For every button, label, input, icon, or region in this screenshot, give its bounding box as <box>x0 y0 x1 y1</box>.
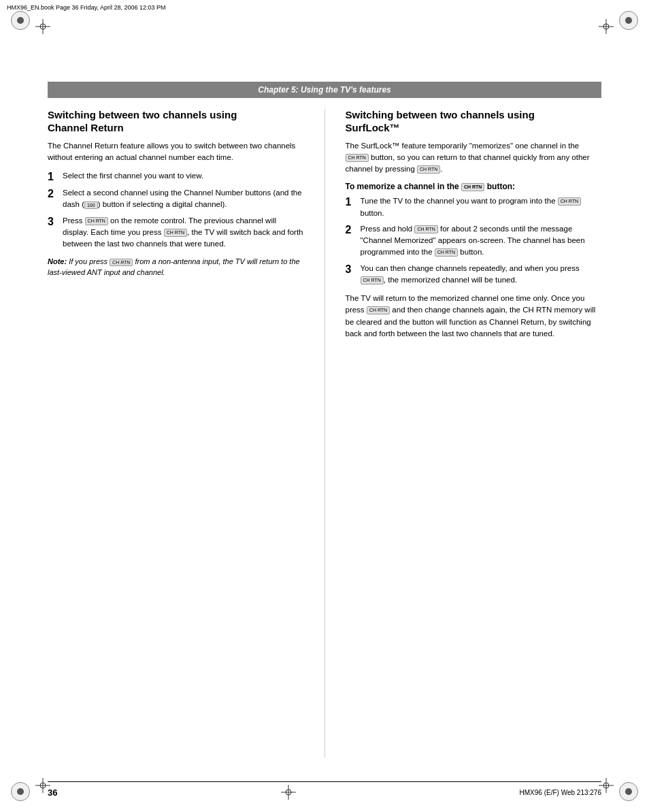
note-label: Note: <box>48 257 67 265</box>
left-step-3: 3 Press CH RTN on the remote control. Th… <box>48 215 304 250</box>
dash-button-inline: 100 <box>84 201 98 210</box>
chrtn-button-r3: CH RTN <box>361 276 384 285</box>
reg-circle-bl <box>11 782 30 801</box>
svg-point-12 <box>17 17 24 24</box>
left-note: Note: If you press CH RTN from a non-ant… <box>48 257 304 278</box>
chrtn-button-r2b: CH RTN <box>435 248 458 257</box>
footer-crosshair-center <box>281 785 296 800</box>
right-section-intro: The SurfLock™ feature temporarily "memor… <box>346 140 602 176</box>
chapter-header-text: Chapter 5: Using the TV's features <box>258 85 391 95</box>
reg-circle-tl <box>11 11 30 30</box>
file-info-bar: HMX96_EN.book Page 36 Friday, April 28, … <box>0 0 649 15</box>
right-step-2: 2 Press and hold CH RTN for about 2 seco… <box>346 223 602 259</box>
left-section-intro: The Channel Return feature allows you to… <box>48 140 304 164</box>
chrtn-button-r1: CH RTN <box>558 197 581 206</box>
chrtn-button-inline-1: CH RTN <box>85 217 108 225</box>
left-steps-list: 1 Select the first channel you want to v… <box>48 170 304 250</box>
chapter-header-band: Chapter 5: Using the TV's features <box>48 82 601 98</box>
right-column: Switching between two channels using Sur… <box>346 109 602 758</box>
chrtn-button-closing1: CH RTN <box>367 306 390 314</box>
file-info-text: HMX96_EN.book Page 36 Friday, April 28, … <box>7 4 165 11</box>
chrtn-button-subheading: CH RTN <box>461 183 484 191</box>
svg-point-15 <box>625 788 632 795</box>
chrtn-button-note: CH RTN <box>110 259 133 267</box>
chrtn-button-r2: CH RTN <box>414 225 437 233</box>
chrtn-button-inline-2: CH RTN <box>164 229 187 237</box>
chrtn-button-right-intro: CH RTN <box>346 154 369 162</box>
right-step-1: 1 Tune the TV to the channel you want to… <box>346 195 602 219</box>
svg-point-14 <box>17 788 24 795</box>
left-section-heading: Switching between two channels using Cha… <box>48 109 304 135</box>
corner-crosshair-tr <box>599 19 614 34</box>
page-number: 36 <box>48 787 57 798</box>
chrtn-button-right-intro-2: CH RTN <box>417 165 440 174</box>
corner-crosshair-tl <box>35 19 50 34</box>
right-steps-list: 1 Tune the TV to the channel you want to… <box>346 195 602 286</box>
right-sub-heading: To memorize a channel in the CH RTN butt… <box>346 182 602 191</box>
left-step-1: 1 Select the first channel you want to v… <box>48 170 304 183</box>
right-section-heading: Switching between two channels using Sur… <box>346 109 602 135</box>
footer: 36 HMX96 (E/F) Web 213:276 <box>48 781 601 800</box>
main-content: Switching between two channels using Cha… <box>48 109 601 758</box>
column-divider <box>324 109 325 758</box>
footer-ref-text: HMX96 (E/F) Web 213:276 <box>520 789 601 796</box>
reg-circle-tr <box>619 11 638 30</box>
left-column: Switching between two channels using Cha… <box>48 109 304 758</box>
svg-point-13 <box>625 17 632 24</box>
right-step-3: 3 You can then change channels repeatedl… <box>346 263 602 287</box>
left-step-2: 2 Select a second channel using the Chan… <box>48 187 304 211</box>
reg-circle-br <box>619 782 638 801</box>
right-closing-text: The TV will return to the memorized chan… <box>346 293 602 340</box>
